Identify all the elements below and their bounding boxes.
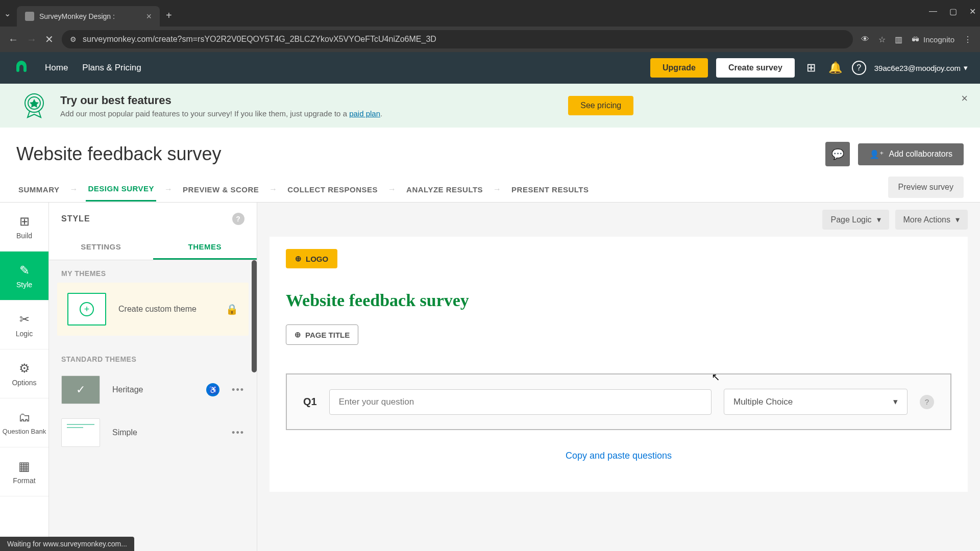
- paid-plan-link[interactable]: paid plan: [349, 109, 380, 118]
- tab-collect[interactable]: COLLECT RESPONSES: [285, 178, 380, 201]
- panel-icon[interactable]: ▥: [895, 35, 902, 44]
- subtab-settings[interactable]: SETTINGS: [49, 235, 153, 260]
- theme-preview: [61, 418, 100, 447]
- eye-off-icon[interactable]: 👁: [861, 35, 869, 44]
- browser-status-bar: Waiting for www.surveymonkey.com...: [0, 537, 134, 551]
- question-editor[interactable]: Q1 Multiple Choice▾ ?: [286, 373, 951, 430]
- more-icon[interactable]: •••: [232, 385, 244, 395]
- rail-logic[interactable]: ✂Logic: [0, 300, 48, 349]
- accessibility-icon[interactable]: ♿: [206, 383, 219, 396]
- medal-icon: [20, 92, 48, 119]
- bookmark-icon[interactable]: ☆: [878, 35, 886, 44]
- chevron-down-icon: ▾: [877, 215, 881, 224]
- close-tab-icon[interactable]: ×: [146, 11, 152, 22]
- check-icon: ✓: [76, 383, 85, 396]
- minimize-icon[interactable]: —: [929, 7, 937, 16]
- user-plus-icon: 👤⁺: [869, 149, 884, 159]
- user-menu[interactable]: 39ac6e23@moodjoy.com ▾: [874, 63, 968, 72]
- format-icon: ▦: [18, 459, 30, 473]
- tab-summary[interactable]: SUMMARY: [16, 178, 61, 201]
- back-icon[interactable]: ←: [8, 34, 18, 45]
- preview-survey-button[interactable]: Preview survey: [888, 177, 964, 198]
- workspace: ⊞Build ✎Style ✂Logic ⚙Options 🗂Question …: [0, 203, 980, 551]
- reload-icon[interactable]: ✕: [45, 33, 54, 45]
- close-window-icon[interactable]: ✕: [969, 7, 976, 16]
- question-input[interactable]: [329, 389, 712, 415]
- standard-themes-label: STANDARD THEMES: [49, 346, 257, 368]
- incognito-badge[interactable]: 🕶 Incognito: [912, 35, 954, 44]
- more-actions-dropdown[interactable]: More Actions▾: [895, 210, 968, 230]
- apps-grid-icon[interactable]: ⊞: [803, 61, 819, 74]
- nav-plans[interactable]: Plans & Pricing: [82, 63, 141, 73]
- rail-style[interactable]: ✎Style: [0, 252, 48, 300]
- help-icon[interactable]: ?: [232, 213, 244, 225]
- notifications-icon[interactable]: 🔔: [827, 61, 844, 74]
- survey-canvas: ⊕LOGO Website feedback survey ⊕PAGE TITL…: [270, 237, 968, 492]
- scrollbar[interactable]: [252, 260, 257, 372]
- app-container: Home Plans & Pricing Upgrade Create surv…: [0, 52, 980, 551]
- tab-preview[interactable]: PREVIEW & SCORE: [181, 178, 261, 201]
- add-logo-button[interactable]: ⊕LOGO: [286, 249, 337, 268]
- url-input[interactable]: ⚙ surveymonkey.com/create?sm=rsYO2R2V0EQ…: [62, 30, 853, 48]
- app-header: Home Plans & Pricing Upgrade Create surv…: [0, 52, 980, 84]
- comment-button[interactable]: 💬: [825, 142, 850, 166]
- site-settings-icon[interactable]: ⚙: [70, 35, 77, 43]
- rail-question-bank[interactable]: 🗂Question Bank: [0, 398, 48, 447]
- create-survey-button[interactable]: Create survey: [716, 58, 795, 78]
- style-subtabs: SETTINGS THEMES: [49, 235, 257, 260]
- rail-format[interactable]: ▦Format: [0, 447, 48, 496]
- menu-icon[interactable]: ⋮: [964, 35, 972, 44]
- browser-tab-strip: ⌄ SurveyMonkey Design : × + — ▢ ✕: [0, 0, 980, 27]
- new-tab-button[interactable]: +: [166, 10, 172, 21]
- question-type-select[interactable]: Multiple Choice▾: [724, 389, 908, 415]
- tab-design[interactable]: DESIGN SURVEY: [86, 177, 156, 202]
- arrow-icon: →: [388, 185, 396, 194]
- arrow-icon: →: [69, 185, 78, 194]
- maximize-icon[interactable]: ▢: [949, 7, 957, 16]
- question-number: Q1: [303, 396, 317, 408]
- chevron-down-icon: ▾: [955, 215, 960, 224]
- chevron-down-icon: ▾: [964, 63, 968, 72]
- tab-analyze[interactable]: ANALYZE RESULTS: [404, 178, 485, 201]
- plus-circle-icon: ⊕: [295, 330, 301, 339]
- tab-present[interactable]: PRESENT RESULTS: [509, 178, 591, 201]
- subtab-themes[interactable]: THEMES: [153, 235, 257, 260]
- bank-icon: 🗂: [18, 410, 31, 424]
- window-controls: — ▢ ✕: [929, 7, 976, 16]
- tab-dropdown-icon[interactable]: ⌄: [4, 9, 11, 18]
- theme-heritage[interactable]: ✓ Heritage ♿ •••: [49, 368, 257, 411]
- browser-tab[interactable]: SurveyMonkey Design : ×: [17, 6, 160, 27]
- add-page-title-button[interactable]: ⊕PAGE TITLE: [286, 324, 358, 345]
- see-pricing-button[interactable]: See pricing: [568, 96, 633, 115]
- more-icon[interactable]: •••: [232, 428, 244, 438]
- workflow-tabs: SUMMARY → DESIGN SURVEY → PREVIEW & SCOR…: [0, 177, 980, 203]
- create-custom-theme[interactable]: + Create custom theme 🔒: [57, 283, 249, 336]
- plus-circle-icon: ⊕: [295, 254, 302, 263]
- copy-paste-link[interactable]: Copy and paste questions: [286, 450, 951, 461]
- chevron-down-icon: ▾: [893, 396, 898, 407]
- rail-options[interactable]: ⚙Options: [0, 349, 48, 398]
- favicon-icon: [25, 12, 34, 21]
- surveymonkey-logo-icon[interactable]: [12, 59, 31, 77]
- add-collaborators-button[interactable]: 👤⁺ Add collaborators: [858, 143, 964, 165]
- close-banner-icon[interactable]: ×: [961, 92, 968, 105]
- upgrade-button[interactable]: Upgrade: [650, 58, 708, 78]
- theme-simple[interactable]: Simple •••: [49, 411, 257, 454]
- page-logic-dropdown[interactable]: Page Logic▾: [822, 210, 889, 230]
- banner-text: Add our most popular paid features to yo…: [60, 109, 382, 118]
- nav-home[interactable]: Home: [45, 63, 68, 73]
- themes-list[interactable]: MY THEMES + Create custom theme 🔒 STANDA…: [49, 260, 257, 551]
- survey-title[interactable]: Website feedback survey: [16, 143, 817, 165]
- my-themes-label: MY THEMES: [49, 260, 257, 283]
- banner-title: Try our best features: [60, 94, 382, 107]
- help-icon[interactable]: ?: [852, 61, 866, 75]
- question-help-icon[interactable]: ?: [920, 395, 934, 409]
- arrow-icon: →: [269, 185, 277, 194]
- incognito-icon: 🕶: [912, 35, 919, 44]
- theme-thumb: +: [67, 293, 106, 325]
- pencil-icon: ✎: [19, 263, 30, 278]
- logic-icon: ✂: [19, 312, 30, 327]
- rail-build[interactable]: ⊞Build: [0, 203, 48, 252]
- survey-heading[interactable]: Website feedback survey: [286, 291, 951, 310]
- arrow-icon: →: [164, 185, 173, 194]
